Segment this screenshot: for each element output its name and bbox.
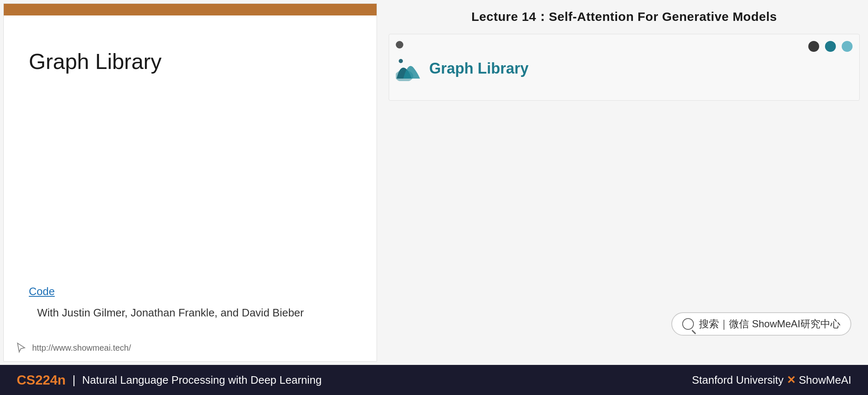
preview-dots-right [808,41,853,52]
course-description: Natural Language Processing with Deep Le… [82,374,322,387]
preview-graph-library-text: Graph Library [429,60,529,77]
svg-point-1 [399,59,403,63]
cursor-icon [15,342,27,354]
graph-library-icon [396,56,423,81]
showmeai-text: ShowMeAI [799,374,851,386]
slide-url: http://www.showmeai.tech/ [32,343,131,353]
lecture-title: Lecture 14：Self-Attention For Generative… [389,4,860,34]
bottom-bar: CS224n | Natural Language Processing wit… [0,365,868,395]
slide-footer: http://www.showmeai.tech/ [15,342,131,354]
preview-area: Graph Library [389,34,860,101]
slide-authors: With Justin Gilmer, Jonathan Frankle, an… [37,306,352,319]
x-mark: ✕ [787,374,796,386]
preview-dot-small [396,41,403,48]
bottom-left: CS224n | Natural Language Processing wit… [17,372,322,388]
search-icon [682,318,694,330]
bottom-right: Stanford University ✕ ShowMeAI [692,374,851,387]
preview-dots-row [396,41,853,52]
dot-dark[interactable] [808,41,819,52]
slide-title: Graph Library [29,49,352,74]
search-box-area: 搜索｜微信 ShowMeAI研究中心 [671,312,851,336]
search-text: 搜索｜微信 ShowMeAI研究中心 [699,317,840,331]
bottom-divider: | [72,373,75,387]
slide-body: Graph Library Code With Justin Gilmer, J… [4,15,377,361]
search-box[interactable]: 搜索｜微信 ShowMeAI研究中心 [671,312,851,336]
slide-top-bar [4,4,377,15]
dot-teal[interactable] [825,41,836,52]
code-link[interactable]: Code [29,285,352,298]
slide-panel: Graph Library Code With Justin Gilmer, J… [3,3,377,362]
right-panel: Lecture 14：Self-Attention For Generative… [380,0,868,365]
course-code: CS224n [17,372,66,388]
dot-light-teal[interactable] [842,41,853,52]
preview-logo-row: Graph Library [396,56,853,81]
stanford-university-text: Stanford University [692,374,784,386]
